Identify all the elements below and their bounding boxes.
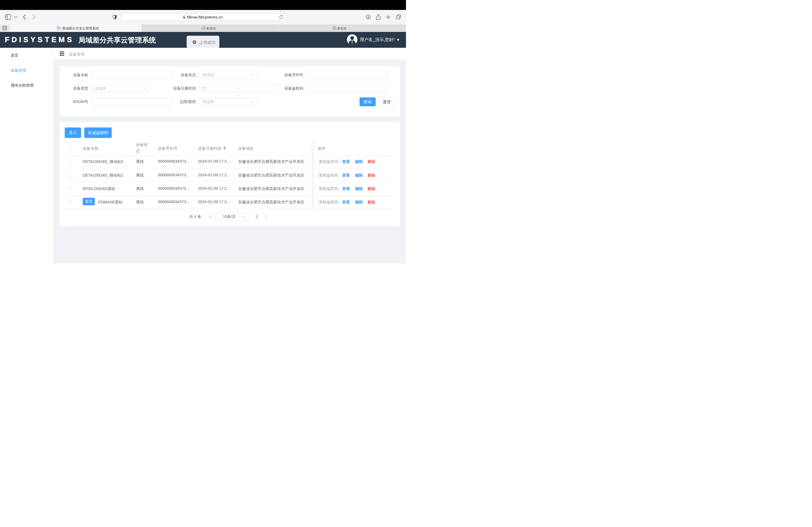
svg-text:S: S	[4, 26, 6, 30]
